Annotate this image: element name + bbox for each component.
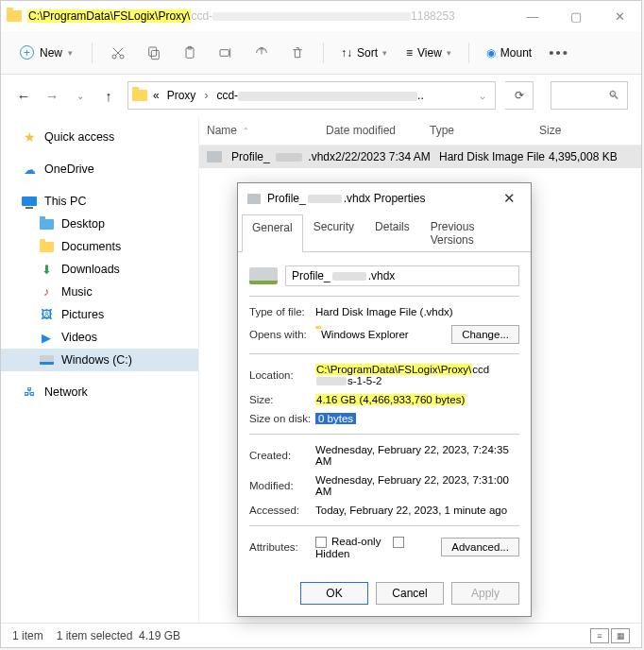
col-name[interactable]: Name⌃ (203, 124, 326, 137)
recent-button[interactable]: ⌄ (71, 91, 90, 101)
view-label: View (417, 46, 442, 60)
sidebar-videos[interactable]: ▶Videos (1, 326, 198, 349)
svg-rect-3 (149, 47, 157, 56)
properties-dialog: Profile_.vhdx Properties ✕ General Secur… (237, 182, 532, 617)
label-created: Created: (249, 450, 315, 461)
copy-icon[interactable] (138, 37, 170, 69)
col-type[interactable]: Type (430, 124, 539, 137)
value-size: 4.16 GB (4,466,933,760 bytes) (315, 394, 519, 405)
star-icon: ★ (22, 130, 37, 144)
cloud-icon: ☁ (22, 162, 37, 176)
breadcrumb-overflow[interactable]: « (151, 89, 161, 102)
plus-icon: + (20, 45, 34, 60)
videos-icon: ▶ (39, 331, 54, 344)
new-button[interactable]: + New ▾ (10, 42, 82, 63)
sidebar-quick-access[interactable]: ★Quick access (1, 126, 198, 148)
table-row[interactable]: Profile_.vhdx 2/22/2023 7:34 AM Hard Dis… (199, 145, 641, 168)
search-input[interactable]: 🔍︎ (551, 81, 628, 110)
svg-rect-6 (220, 49, 229, 56)
filename-input[interactable]: Profile_.vhdx (285, 265, 519, 286)
address-bar[interactable]: « Proxy ccd-.. ⌵ (127, 81, 496, 110)
pictures-icon: 🖼 (39, 308, 54, 321)
hidden-checkbox[interactable] (393, 537, 404, 548)
col-date[interactable]: Date modified (326, 124, 430, 137)
folder-icon (7, 10, 22, 22)
apply-button[interactable]: Apply (451, 582, 519, 605)
column-headers: Name⌃ Date modified Type Size (199, 116, 641, 145)
sidebar-onedrive[interactable]: ☁OneDrive (1, 158, 198, 180)
tab-security[interactable]: Security (303, 214, 364, 251)
sidebar-music[interactable]: ♪Music (1, 281, 198, 303)
sidebar-downloads[interactable]: ⬇Downloads (1, 258, 198, 281)
mount-icon: ◉ (486, 46, 496, 60)
view-list-button[interactable]: ≡ (590, 628, 609, 643)
view-grid-button[interactable]: ▦ (611, 628, 630, 643)
back-button[interactable]: ← (14, 88, 33, 104)
toolbar: + New ▾ ↑↓ Sort ▾ ≡ View ▾ ◉ Mount ••• (1, 31, 641, 75)
nav-row: ← → ⌄ ↑ « Proxy ccd-.. ⌵ ⟳ 🔍︎ (1, 75, 641, 116)
col-size[interactable]: Size (539, 124, 615, 137)
vhdx-icon (247, 194, 261, 204)
status-selected: 1 item selected 4.19 GB (57, 629, 180, 642)
value-location: C:\ProgramData\FSLogix\Proxy\ccds-1-5-2 (315, 364, 519, 386)
rename-icon[interactable] (210, 37, 242, 69)
breadcrumb-ccd[interactable]: ccd-.. (214, 89, 425, 102)
delete-icon[interactable] (281, 37, 314, 69)
cell-name: Profile_.vhdx (228, 150, 335, 163)
value-type: Hard Disk Image File (.vhdx) (315, 306, 519, 317)
value-modified: Wednesday, February 22, 2023, 7:31:00 AM (315, 474, 519, 497)
label-size-on-disk: Size on disk: (249, 413, 315, 424)
cell-date: 2/22/2023 7:34 AM (335, 150, 439, 163)
sidebar-desktop[interactable]: Desktop (1, 213, 198, 235)
folder-icon (132, 90, 147, 101)
cut-icon[interactable] (102, 37, 134, 69)
sidebar-pictures[interactable]: 🖼Pictures (1, 303, 198, 326)
readonly-checkbox[interactable] (315, 537, 327, 548)
label-accessed: Accessed: (249, 505, 315, 516)
tab-general[interactable]: General (242, 214, 303, 252)
search-icon: 🔍︎ (608, 89, 619, 102)
chevron-down-icon[interactable]: ⌵ (474, 91, 491, 101)
sidebar-network[interactable]: 🖧Network (1, 381, 198, 403)
sort-asc-icon: ⌃ (243, 127, 249, 135)
paste-icon[interactable] (174, 37, 206, 69)
vhdx-icon (207, 151, 222, 162)
share-icon[interactable] (246, 37, 278, 69)
sidebar: ★Quick access ☁OneDrive This PC Desktop … (1, 116, 199, 626)
label-type: Type of file: (249, 306, 315, 317)
dialog-title: Profile_.vhdx Properties ✕ (238, 183, 531, 214)
up-button[interactable]: ↑ (99, 88, 118, 104)
music-icon: ♪ (39, 285, 54, 299)
status-item-count: 1 item (12, 629, 43, 642)
ok-button[interactable]: OK (300, 582, 368, 605)
sidebar-cdrive[interactable]: Windows (C:) (1, 349, 198, 371)
maximize-button[interactable]: ▢ (554, 1, 598, 31)
attributes-group: Read-only Hidden (315, 536, 441, 559)
value-created: Wednesday, February 22, 2023, 7:24:35 AM (315, 444, 519, 467)
value-accessed: Today, February 22, 2023, 1 minute ago (315, 505, 519, 516)
dialog-close-button[interactable]: ✕ (498, 188, 521, 209)
mount-button[interactable]: ◉ Mount (479, 43, 539, 63)
tab-previous-versions[interactable]: Previous Versions (420, 214, 531, 251)
breadcrumb-proxy[interactable]: Proxy (165, 89, 198, 102)
close-button[interactable]: ✕ (598, 1, 641, 31)
tab-details[interactable]: Details (364, 214, 420, 251)
view-button[interactable]: ≡ View ▾ (398, 43, 459, 63)
cancel-button[interactable]: Cancel (376, 582, 444, 605)
sort-icon: ↑↓ (341, 46, 352, 60)
minimize-button[interactable]: — (511, 1, 554, 31)
sort-button[interactable]: ↑↓ Sort ▾ (333, 43, 395, 63)
forward-button[interactable]: → (42, 88, 61, 104)
new-label: New (40, 46, 62, 60)
more-button[interactable]: ••• (543, 37, 575, 69)
value-opens-with: Windows Explorer (315, 329, 451, 340)
change-button[interactable]: Change... (451, 325, 519, 344)
value-size-on-disk: 0 bytes (315, 413, 519, 424)
refresh-button[interactable]: ⟳ (505, 81, 534, 110)
advanced-button[interactable]: Advanced... (441, 538, 519, 556)
label-size: Size: (249, 394, 315, 405)
sidebar-this-pc[interactable]: This PC (1, 190, 198, 213)
sidebar-documents[interactable]: Documents (1, 235, 198, 258)
readonly-label: Read-only (331, 536, 381, 547)
drive-icon (39, 353, 54, 367)
